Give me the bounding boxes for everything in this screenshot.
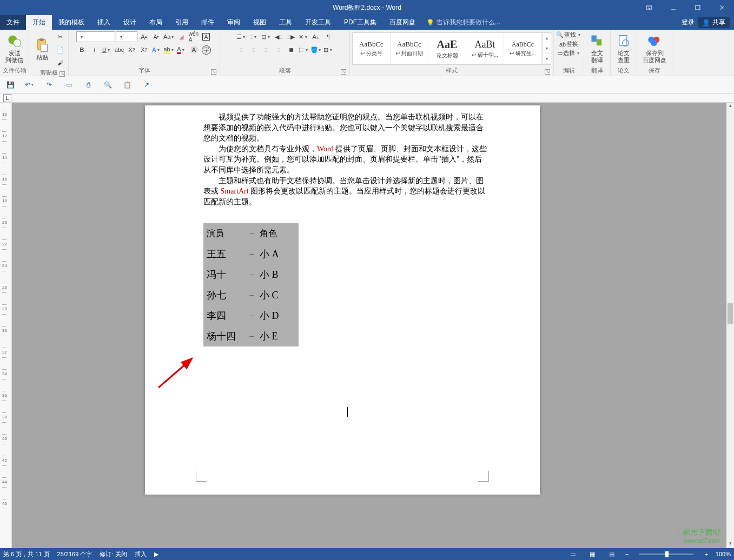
styles-scroll-down[interactable]: ▾ <box>543 43 551 54</box>
paragraph-2[interactable]: 为使您的文档具有专业外观，Word 提供了页眉、页脚、封面和文本框设计，这些设计… <box>203 144 489 176</box>
paragraph-1[interactable]: 视频提供了功能强大的方法帮助您证明您的观点。当您单击联机视频时，可以在想要添加的… <box>203 112 489 144</box>
style-item-1[interactable]: AaBbCc↩ 封面日期 <box>391 33 428 64</box>
font-color-button[interactable]: A▾ <box>176 44 188 56</box>
tab-baidupan[interactable]: 百度网盘 <box>383 15 422 30</box>
asian-layout-button[interactable]: ✕▾ <box>297 31 309 43</box>
char-border-button[interactable]: A <box>200 31 212 43</box>
styles-scroll-up[interactable]: ▴ <box>543 33 551 43</box>
login-link[interactable]: 登录 <box>682 18 695 27</box>
minimize-icon[interactable] <box>661 0 685 15</box>
increase-indent-button[interactable]: ≡▶ <box>285 31 297 43</box>
tab-developer[interactable]: 开发工具 <box>299 15 338 30</box>
fulltext-translate-button[interactable]: 全文 翻译 <box>586 32 608 65</box>
tab-view[interactable]: 视图 <box>247 15 273 30</box>
bullets-button[interactable]: ☰▾ <box>235 31 247 43</box>
tab-layout[interactable]: 布局 <box>143 15 169 30</box>
subscript-button[interactable]: X2 <box>126 44 138 56</box>
save-button[interactable]: 💾 <box>4 79 16 91</box>
decrease-indent-button[interactable]: ◀≡ <box>273 31 285 43</box>
scroll-down-button[interactable]: ▾ <box>726 541 734 548</box>
align-left-button[interactable]: ≡ <box>235 44 247 56</box>
scroll-thumb[interactable] <box>728 303 733 324</box>
styles-dialog-launcher[interactable]: ↘ <box>545 69 550 75</box>
show-marks-button[interactable]: ¶ <box>322 31 334 43</box>
scroll-up-button[interactable]: ▴ <box>726 103 734 110</box>
tab-mailings[interactable]: 邮件 <box>195 15 221 30</box>
bold-button[interactable]: B <box>76 44 88 56</box>
tab-design[interactable]: 设计 <box>117 15 143 30</box>
document-page[interactable]: 视频提供了功能强大的方法帮助您证明您的观点。当您单击联机视频时，可以在想要添加的… <box>145 105 540 495</box>
align-right-button[interactable]: ≡ <box>260 44 272 56</box>
zoom-out-button[interactable]: − <box>625 551 629 557</box>
style-item-4[interactable]: AaBbCc↩ 研究生... <box>504 33 542 64</box>
style-item-0[interactable]: AaBbCc↩ 分类号 <box>353 33 391 64</box>
ribbon-options-icon[interactable] <box>637 0 661 15</box>
tab-pdftools[interactable]: PDF工具集 <box>338 15 383 30</box>
style-item-3[interactable]: AaBt↩ 硕士学... <box>466 33 504 64</box>
enclose-char-button[interactable]: 字 <box>201 44 213 56</box>
distribute-button[interactable]: ≣ <box>285 44 297 56</box>
clipboard-dialog-launcher[interactable]: ↘ <box>59 71 65 77</box>
tab-file[interactable]: 文件 <box>0 15 26 30</box>
superscript-button[interactable]: X2 <box>138 44 150 56</box>
select-button[interactable]: ▭选择▾ <box>557 49 580 57</box>
paragraph-dialog-launcher[interactable]: ↘ <box>341 69 346 75</box>
shrink-font-button[interactable]: A▾ <box>150 31 162 43</box>
qat-btn-5[interactable]: ⎙ <box>82 79 94 91</box>
tab-mytemplates[interactable]: 我的模板 <box>52 15 91 30</box>
tell-me-search[interactable]: 💡 告诉我您想要做什么... <box>422 15 505 30</box>
numbering-button[interactable]: ≡▾ <box>248 31 260 43</box>
read-mode-button[interactable]: ▭ <box>567 549 579 559</box>
status-insert[interactable]: 插入 <box>135 550 147 558</box>
status-words[interactable]: 25/2169 个字 <box>57 550 92 558</box>
paste-button[interactable]: 粘贴 <box>31 37 53 62</box>
web-layout-button[interactable]: ▤ <box>606 549 618 559</box>
styles-expand[interactable]: ▾ <box>543 54 551 64</box>
vertical-ruler[interactable]: —10——12——14——16——18——20——22——24——26——28—… <box>0 103 12 548</box>
copy-button[interactable]: 📄 <box>54 44 66 56</box>
qat-btn-4[interactable]: ▭ <box>63 79 75 91</box>
share-button[interactable]: 👤 共享 <box>698 17 730 28</box>
underline-button[interactable]: U▾ <box>101 44 113 56</box>
selected-table[interactable]: 演员→角色 王五→小 A 冯十→小 B 孙七→小 C 李四→小 D 杨十四→小 … <box>203 223 489 346</box>
char-shading-button[interactable]: A <box>188 44 200 56</box>
styles-gallery[interactable]: AaBbCc↩ 分类号 AaBbCc↩ 封面日期 AaE论文标题 AaBt↩ 硕… <box>352 32 551 65</box>
vertical-scrollbar[interactable]: ▴ ▾ <box>726 103 734 548</box>
font-size-combo[interactable]: ▾ <box>116 31 137 42</box>
tab-type-button[interactable]: L <box>3 94 11 102</box>
replace-button[interactable]: ab替换 <box>559 40 578 48</box>
phonetic-guide-button[interactable]: wénA <box>188 31 200 43</box>
status-macro-icon[interactable]: ▶ <box>154 551 158 558</box>
thesis-check-button[interactable]: 论文 查重 <box>613 32 634 65</box>
font-family-combo[interactable]: ▾ <box>76 31 115 42</box>
qat-btn-6[interactable]: 🔍 <box>102 79 114 91</box>
tab-insert[interactable]: 插入 <box>91 15 117 30</box>
strikethrough-button[interactable]: abc <box>114 44 125 56</box>
sort-button[interactable]: A↓ <box>310 31 322 43</box>
status-track[interactable]: 修订: 关闭 <box>100 550 127 558</box>
cut-button[interactable]: ✂ <box>54 31 66 43</box>
maximize-icon[interactable] <box>685 0 710 15</box>
font-dialog-launcher[interactable]: ↘ <box>211 69 216 75</box>
zoom-slider[interactable] <box>639 554 693 555</box>
shading-button[interactable]: 🪣▾ <box>310 44 322 56</box>
tab-tools[interactable]: 工具 <box>273 15 299 30</box>
qat-btn-8[interactable]: ↗ <box>141 79 153 91</box>
change-case-button[interactable]: Aa▾ <box>163 31 175 43</box>
multilevel-button[interactable]: ⊟▾ <box>260 31 272 43</box>
grow-font-button[interactable]: A▴ <box>138 31 150 43</box>
justify-button[interactable]: ≡ <box>273 44 285 56</box>
qat-btn-7[interactable]: 📋 <box>121 79 133 91</box>
zoom-in-button[interactable]: + <box>704 551 707 557</box>
tab-home[interactable]: 开始 <box>26 15 52 30</box>
undo-button[interactable]: ↶▾ <box>24 79 36 91</box>
clear-format-button[interactable]: ◢ <box>175 31 187 43</box>
redo-button[interactable]: ↷ <box>43 79 55 91</box>
tab-review[interactable]: 审阅 <box>221 15 247 30</box>
style-item-2[interactable]: AaE论文标题 <box>428 33 466 64</box>
highlight-button[interactable]: ab▾ <box>163 44 175 56</box>
text-effects-button[interactable]: A▾ <box>151 44 163 56</box>
format-painter-button[interactable]: 🖌 <box>54 57 66 69</box>
tab-references[interactable]: 引用 <box>169 15 195 30</box>
zoom-level[interactable]: 100% <box>716 551 731 557</box>
